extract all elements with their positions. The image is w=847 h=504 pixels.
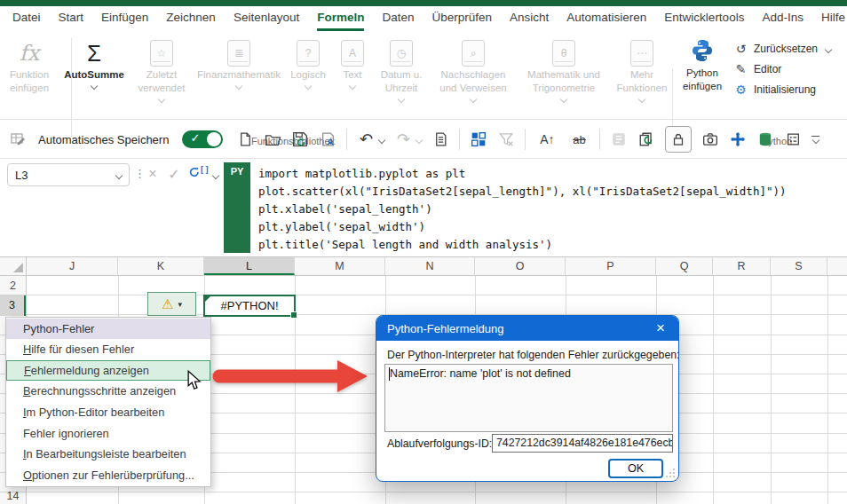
logical-button[interactable]: ? Logisch — [284, 36, 332, 89]
trace-id-field[interactable]: 7427212dc3914af4826e181e476ecb65 — [492, 434, 673, 453]
share-document-icon[interactable] — [319, 130, 336, 148]
autosave-toggle[interactable]: ✓ — [182, 130, 223, 148]
open-folder-icon[interactable] — [264, 130, 281, 148]
tab-automatisieren[interactable]: Automatisieren — [566, 6, 646, 31]
formula-line[interactable]: plt.xlabel('sepal_length') — [258, 201, 432, 218]
title-bar — [0, 0, 847, 6]
lookup-button[interactable]: ⌕ Nachschlagen und Verweisen — [430, 36, 517, 102]
view-shortcuts-icon[interactable] — [470, 130, 487, 148]
formula-line[interactable]: import matplotlib.pyplot as plt — [258, 165, 465, 183]
financial-button[interactable]: ≣ Finanzmathematik — [194, 36, 284, 89]
cancel-icon[interactable]: × — [144, 166, 162, 182]
column-header-k[interactable]: K — [118, 257, 204, 275]
lock-icon[interactable] — [665, 126, 692, 153]
column-header-p[interactable]: P — [566, 257, 656, 275]
active-cell-l3[interactable]: #PYTHON! — [203, 295, 296, 317]
chevron-down-icon — [349, 83, 356, 90]
menu-item-ignore-error[interactable]: Fehler ignorieren — [6, 422, 210, 444]
column-header-m[interactable]: M — [295, 257, 385, 275]
more-commands-icon[interactable] — [811, 136, 819, 143]
dialog-title-bar[interactable]: Python-Fehlermeldung — [376, 316, 678, 341]
clock-book-icon: ◷ — [390, 40, 413, 67]
reset-dropdown-chevron[interactable] — [825, 46, 832, 53]
initialization-button[interactable]: ⚙ Initialisierung — [733, 81, 818, 98]
column-header-r[interactable]: R — [713, 257, 771, 275]
error-corner-triangle — [205, 296, 210, 302]
column-header-j[interactable]: J — [27, 257, 118, 275]
tab-hilfe[interactable]: Hilfe — [821, 6, 845, 31]
form-icon[interactable] — [784, 130, 802, 148]
redo-icon[interactable]: ↷ — [394, 130, 412, 148]
close-icon[interactable]: × — [652, 319, 669, 337]
strikethrough-icon[interactable]: ab — [568, 130, 590, 148]
math-trig-button[interactable]: θ Mathematik und Trigonometrie — [517, 36, 611, 102]
insert-python-chevron-icon[interactable] — [212, 172, 219, 179]
tab-add-ins[interactable]: Add-Ins — [762, 6, 803, 31]
text-caret — [389, 367, 390, 381]
ok-button[interactable]: OK — [608, 459, 663, 478]
menu-item-edit-in-formula-bar[interactable]: In Bearbeitungsleiste bearbeiten — [6, 444, 210, 465]
tab-datei[interactable]: Datei — [12, 6, 41, 31]
tab-entwicklertools[interactable]: Entwicklertools — [664, 6, 744, 31]
select-all-corner[interactable] — [0, 257, 27, 275]
tab-start[interactable]: Start — [59, 6, 84, 31]
error-options-button[interactable]: ⚠ ▾ — [147, 292, 196, 316]
sort-icon[interactable]: A↑ — [535, 130, 558, 148]
row-header-14[interactable]: 14 — [0, 486, 26, 504]
menu-item-show-calculation-steps[interactable]: Berechnungsschritte anzeigen — [6, 381, 210, 402]
formula-line[interactable]: plot.scatter(xl("IrisDataSet2[sepal_leng… — [258, 183, 787, 201]
letter-a-book-icon: A — [341, 40, 364, 67]
insert-function-button[interactable]: fx Funktion einfügen — [0, 36, 59, 95]
column-header-n[interactable]: N — [385, 257, 475, 275]
tab-ueberpruefen[interactable]: Überprüfen — [431, 6, 492, 31]
theta-book-icon: θ — [552, 40, 575, 67]
recently-used-button[interactable]: ☆ Zuletzt verwendet — [130, 36, 194, 102]
formula-line[interactable]: plt.ylabel('sepal_width') — [258, 218, 425, 236]
refresh-copy-icon[interactable] — [637, 130, 655, 148]
chevron-down-icon — [560, 96, 567, 103]
column-header-o[interactable]: O — [475, 257, 566, 275]
menu-item-help[interactable]: Hilfe für diesen Fehler — [6, 339, 210, 360]
undo-icon[interactable]: ↶ — [357, 130, 375, 148]
tab-seitenlayout[interactable]: Seitenlayout — [234, 6, 299, 31]
tab-formeln[interactable]: Formeln — [317, 6, 364, 31]
column-header-s[interactable]: S — [771, 257, 827, 275]
more-functions-button[interactable]: ⋯ Mehr Funktionen — [611, 36, 673, 102]
error-text-box[interactable]: NameError: name 'plot' is not defined — [384, 364, 673, 432]
print-preview-icon[interactable] — [431, 130, 449, 148]
column-header-l[interactable]: L — [204, 257, 295, 275]
row-header-3[interactable]: 3 — [0, 295, 26, 316]
move-icon[interactable] — [729, 130, 747, 148]
row-header-2[interactable]: 2 — [0, 276, 26, 295]
menu-item-show-error-message[interactable]: Fehlermeldung anzeigen — [6, 360, 210, 382]
chevron-down-icon — [470, 96, 477, 103]
reset-button[interactable]: ↺ Zurücksetzen — [733, 40, 818, 57]
formula-line[interactable]: plt.title('Sepal length and width analys… — [258, 236, 552, 254]
reset-icon: ↺ — [733, 42, 748, 56]
text-functions-button[interactable]: A Text — [332, 36, 373, 89]
fx-icon: fx — [20, 38, 39, 68]
tab-daten[interactable]: Daten — [382, 6, 414, 31]
undo-chevron-icon[interactable] — [378, 137, 385, 144]
tab-zeichnen[interactable]: Zeichnen — [166, 6, 216, 31]
autosum-button[interactable]: Σ AutoSumme — [59, 36, 130, 89]
camera-icon[interactable] — [701, 130, 719, 148]
column-header-q[interactable]: Q — [656, 257, 713, 275]
customize-toolbar-icon[interactable] — [9, 130, 27, 148]
tab-ansicht[interactable]: Ansicht — [510, 6, 549, 31]
fill-handle[interactable] — [290, 311, 297, 319]
save-sync-icon[interactable] — [291, 130, 309, 148]
menu-item-error-checking-options[interactable]: Optionen zur Fehlerüberprüfung... — [6, 465, 210, 486]
name-box[interactable]: L3 — [7, 163, 130, 186]
enter-icon[interactable]: ✓ — [165, 166, 183, 183]
editor-button[interactable]: ✎ Editor — [733, 60, 818, 77]
insert-python-formula-icon[interactable]: [ ] — [188, 165, 211, 183]
insert-python-button[interactable]: Python einfügen — [677, 38, 727, 93]
chevron-down-icon — [638, 96, 645, 103]
resize-grip[interactable] — [665, 468, 676, 478]
new-file-icon[interactable] — [236, 130, 254, 148]
data-cylinder-icon[interactable] — [756, 130, 774, 148]
menu-item-edit-in-python-editor[interactable]: Im Python-Editor bearbeiten — [6, 402, 210, 423]
datetime-button[interactable]: ◷ Datum u. Uhrzeit — [373, 36, 430, 102]
tab-einfuegen[interactable]: Einfügen — [101, 6, 148, 31]
